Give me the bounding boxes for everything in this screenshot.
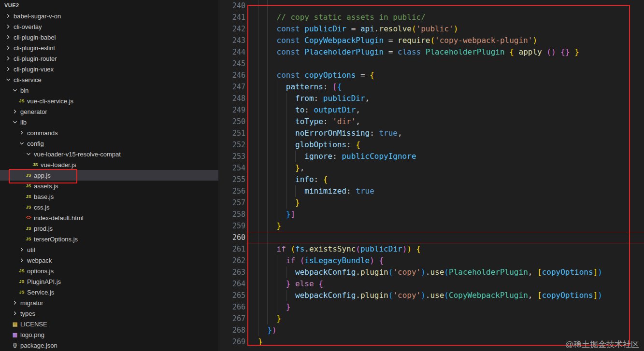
tree-item-vue-loader.js[interactable]: JSvue-loader.js: [0, 159, 218, 170]
line-number[interactable]: 267: [218, 313, 245, 324]
tree-item-logo.png[interactable]: ▦logo.png: [0, 329, 218, 340]
tree-item-bin[interactable]: bin: [0, 85, 218, 96]
code-line-264[interactable]: 264 } else {: [218, 278, 644, 290]
line-number[interactable]: 247: [218, 81, 245, 93]
line-number[interactable]: 269: [218, 336, 245, 348]
tree-item-package.json[interactable]: {}package.json: [0, 340, 218, 351]
code-line-252[interactable]: 252 globOptions: {: [218, 139, 644, 151]
code-line-262[interactable]: 262 if (isLegacyBundle) {: [218, 255, 644, 267]
code-line-258[interactable]: 258 }]: [218, 209, 644, 220]
line-number[interactable]: 253: [218, 151, 245, 162]
tree-item-pluginapi.js[interactable]: JSPluginAPI.js: [0, 276, 218, 287]
line-number[interactable]: 261: [218, 243, 245, 255]
tree-item-cli-plugin-vuex[interactable]: cli-plugin-vuex: [0, 64, 218, 74]
line-number[interactable]: 256: [218, 185, 245, 197]
tree-item-lib[interactable]: lib: [0, 117, 218, 127]
tree-item-vue-cli-service.js[interactable]: JSvue-cli-service.js: [0, 96, 218, 106]
tree-item-webpack[interactable]: webpack: [0, 255, 218, 266]
code-line-241[interactable]: 241 // copy static assets in public/: [218, 12, 644, 23]
code-line-255[interactable]: 255 info: {: [218, 174, 644, 185]
tree-item-prod.js[interactable]: JSprod.js: [0, 223, 218, 234]
tree-item-migrator[interactable]: migrator: [0, 297, 218, 308]
indent-guide: [267, 174, 268, 185]
code-line-245[interactable]: 245: [218, 58, 644, 70]
line-number[interactable]: 268: [218, 324, 245, 336]
tree-item-cli-plugin-eslint[interactable]: cli-plugin-eslint: [0, 42, 218, 53]
tree-item-assets.js[interactable]: JSassets.js: [0, 181, 218, 191]
tree-item-terseroptions.js[interactable]: JSterserOptions.js: [0, 234, 218, 244]
code-line-251[interactable]: 251 noErrorOnMissing: true,: [218, 127, 644, 139]
code-line-text: const PlaceholderPlugin = class Placehol…: [258, 46, 644, 58]
line-number[interactable]: 244: [218, 46, 245, 58]
tree-item-index-default.html[interactable]: <>index-default.html: [0, 212, 218, 223]
file-tree: babel-sugar-v-oncli-overlaycli-plugin-ba…: [0, 11, 218, 351]
code-line-269[interactable]: 269}: [218, 336, 644, 348]
tree-item-base.js[interactable]: JSbase.js: [0, 191, 218, 202]
line-number[interactable]: 251: [218, 127, 245, 139]
line-number[interactable]: 243: [218, 35, 245, 46]
line-number[interactable]: 264: [218, 278, 245, 290]
tree-item-generator[interactable]: generator: [0, 106, 218, 117]
line-number[interactable]: 250: [218, 116, 245, 127]
line-number[interactable]: 255: [218, 174, 245, 185]
code-line-240[interactable]: 240: [218, 0, 644, 12]
code-line-260[interactable]: 260: [218, 232, 644, 243]
code-lines-viewport: 240241 // copy static assets in public/2…: [218, 0, 644, 348]
js-file-icon: JS: [24, 193, 33, 200]
tree-item-service.js[interactable]: JSService.js: [0, 287, 218, 297]
line-number[interactable]: 262: [218, 255, 245, 267]
code-line-268[interactable]: 268 }): [218, 324, 644, 336]
tree-item-options.js[interactable]: JSoptions.js: [0, 266, 218, 276]
code-line-242[interactable]: 242 const publicDir = api.resolve('publi…: [218, 23, 644, 35]
tree-item-types[interactable]: types: [0, 308, 218, 319]
tree-item-cli-plugin-babel[interactable]: cli-plugin-babel: [0, 32, 218, 42]
line-number[interactable]: 260: [218, 232, 245, 243]
code-line-249[interactable]: 249 to: outputDir,: [218, 104, 644, 116]
line-number[interactable]: 245: [218, 58, 245, 70]
tree-item-commands[interactable]: commands: [0, 127, 218, 138]
line-number[interactable]: 252: [218, 139, 245, 151]
code-line-265[interactable]: 265 webpackConfig.plugin('copy').use(Cop…: [218, 290, 644, 301]
code-line-256[interactable]: 256 minimized: true: [218, 185, 644, 197]
tree-item-util[interactable]: util: [0, 244, 218, 255]
line-number[interactable]: 241: [218, 12, 245, 23]
tree-item-config[interactable]: config: [0, 138, 218, 149]
code-line-243[interactable]: 243 const CopyWebpackPlugin = require('c…: [218, 35, 644, 46]
code-line-257[interactable]: 257 }: [218, 197, 644, 209]
code-line-246[interactable]: 246 const copyOptions = {: [218, 70, 644, 81]
line-number[interactable]: 240: [218, 0, 245, 12]
code-line-259[interactable]: 259 }: [218, 220, 644, 232]
tree-item-cli-plugin-router[interactable]: cli-plugin-router: [0, 53, 218, 64]
code-line-250[interactable]: 250 toType: 'dir',: [218, 116, 644, 127]
code-line-244[interactable]: 244 const PlaceholderPlugin = class Plac…: [218, 46, 644, 58]
line-number[interactable]: 259: [218, 220, 245, 232]
line-number[interactable]: 257: [218, 197, 245, 209]
line-number[interactable]: 266: [218, 301, 245, 313]
tree-item-label: vue-loader.js: [41, 161, 76, 168]
tree-item-cli-overlay[interactable]: cli-overlay: [0, 21, 218, 32]
line-number[interactable]: 263: [218, 267, 245, 278]
line-number[interactable]: 258: [218, 209, 245, 220]
code-line-254[interactable]: 254 },: [218, 162, 644, 174]
code-line-267[interactable]: 267 }: [218, 313, 644, 324]
line-number[interactable]: 254: [218, 162, 245, 174]
code-line-text: // copy static assets in public/: [258, 12, 644, 23]
line-number[interactable]: 248: [218, 93, 245, 104]
code-line-248[interactable]: 248 from: publicDir,: [218, 93, 644, 104]
line-number[interactable]: 246: [218, 70, 245, 81]
line-number[interactable]: 249: [218, 104, 245, 116]
tree-item-css.js[interactable]: JScss.js: [0, 202, 218, 212]
line-number[interactable]: 265: [218, 290, 245, 301]
tree-item-vue-loader-v15-resolve-compat[interactable]: vue-loader-v15-resolve-compat: [0, 149, 218, 159]
tree-item-babel-sugar-v-on[interactable]: babel-sugar-v-on: [0, 11, 218, 21]
code-line-247[interactable]: 247 patterns: [{: [218, 81, 644, 93]
tree-item-app.js[interactable]: JSapp.js: [0, 170, 218, 181]
code-line-261[interactable]: 261 if (fs.existsSync(publicDir)) {: [218, 243, 644, 255]
tree-item-license[interactable]: ▤LICENSE: [0, 319, 218, 329]
code-line-253[interactable]: 253 ignore: publicCopyIgnore: [218, 151, 644, 162]
code-line-266[interactable]: 266 }: [218, 301, 644, 313]
explorer-section-header[interactable]: VUE2: [0, 0, 218, 11]
code-line-263[interactable]: 263 webpackConfig.plugin('copy').use(Pla…: [218, 267, 644, 278]
tree-item-cli-service[interactable]: cli-service: [0, 74, 218, 85]
line-number[interactable]: 242: [218, 23, 245, 35]
